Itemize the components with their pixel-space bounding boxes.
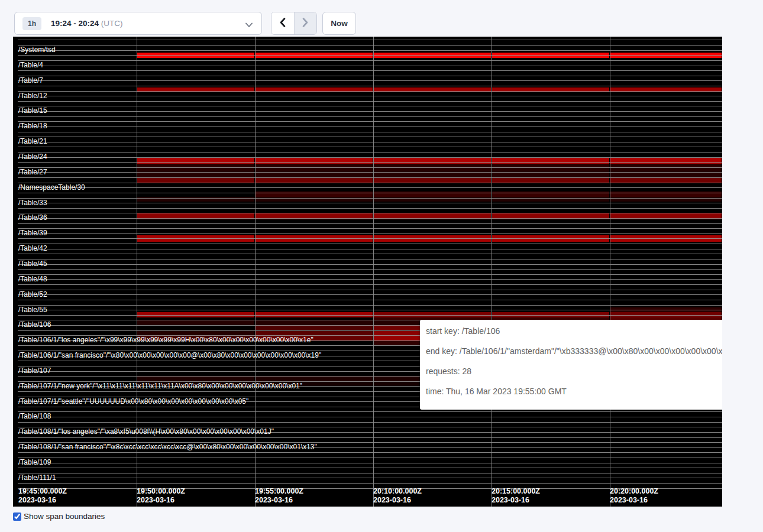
x-axis-time-label: 20:15:00.000Z xyxy=(492,487,540,495)
x-axis-time-label: 20:20:00.000Z xyxy=(610,487,658,495)
key-visualizer-heatmap[interactable]: start key: /Table/106 end key: /Table/10… xyxy=(13,37,722,507)
row-label: /Table/24 xyxy=(18,153,47,161)
x-axis-time-label: 20:10:00.000Z xyxy=(373,487,422,495)
row-label: /NamespaceTable/30 xyxy=(18,183,85,192)
duration-badge: 1h xyxy=(22,17,41,30)
heat-band xyxy=(137,87,254,93)
span-boundary-line xyxy=(18,193,722,193)
row-label: /System/tsd xyxy=(18,46,56,54)
span-boundary-line xyxy=(18,422,722,423)
span-boundary-line xyxy=(18,76,722,76)
row-label: /Table/7 xyxy=(18,76,43,85)
time-gridline xyxy=(373,37,374,507)
heat-band xyxy=(256,320,373,325)
span-boundary-line xyxy=(18,167,722,168)
span-boundary-line xyxy=(18,177,722,178)
x-axis-time-label: 19:55:00.000Z xyxy=(255,487,303,495)
time-range-select[interactable]: 1h 19:24 - 20:24 (UTC) xyxy=(14,12,262,35)
heat-band xyxy=(256,325,373,330)
time-range-timezone: (UTC) xyxy=(101,19,123,28)
heat-band xyxy=(374,87,491,93)
span-boundary-line xyxy=(18,473,722,473)
span-boundary-line xyxy=(18,483,722,484)
span-boundary-line xyxy=(18,213,722,213)
span-boundary-line xyxy=(18,147,722,147)
heat-band xyxy=(256,164,373,177)
now-button[interactable]: Now xyxy=(322,12,356,35)
span-boundary-line xyxy=(18,468,722,468)
span-boundary-line xyxy=(18,244,722,244)
span-boundary-line xyxy=(18,284,722,285)
time-gridline xyxy=(137,37,137,507)
span-boundary-line xyxy=(18,111,722,112)
show-span-boundaries-checkbox[interactable] xyxy=(13,512,21,521)
row-label: /Table/45 xyxy=(18,259,47,268)
span-boundary-line xyxy=(18,66,722,66)
x-axis-date-label: 2023-03-16 xyxy=(373,496,411,504)
row-label: /Table/15 xyxy=(18,106,47,115)
x-axis-date-label: 2023-03-16 xyxy=(137,496,174,504)
span-boundary-line xyxy=(18,152,722,153)
span-boundary-line xyxy=(18,162,722,163)
span-boundary-line xyxy=(18,70,722,71)
row-label: /Table/27 xyxy=(18,168,47,176)
span-boundary-line xyxy=(18,157,722,158)
row-label: /Table/42 xyxy=(18,244,47,252)
row-label: /Table/106 xyxy=(18,320,51,329)
chevron-left-icon xyxy=(279,17,286,30)
tooltip-requests: requests: 28 xyxy=(426,367,722,376)
span-boundary-line xyxy=(18,183,722,183)
next-time-button[interactable] xyxy=(294,12,316,34)
span-boundary-line xyxy=(18,40,722,40)
span-boundary-line xyxy=(18,60,722,61)
row-label: /Table/111/1 xyxy=(18,473,56,482)
span-boundary-line xyxy=(18,187,722,188)
heat-band xyxy=(137,330,254,336)
x-axis-date-label: 2023-03-16 xyxy=(255,496,293,504)
span-boundary-line xyxy=(18,132,722,132)
span-boundary-line xyxy=(18,126,722,127)
x-axis-date-label: 2023-03-16 xyxy=(18,496,56,504)
span-boundary-line xyxy=(18,228,722,229)
span-boundary-line xyxy=(18,80,722,81)
chevron-down-icon xyxy=(245,20,253,31)
heat-band xyxy=(610,87,722,93)
row-label: /Table/107/1/"new york"/"\x11\x11\x11\x1… xyxy=(18,382,302,390)
span-boundary-line xyxy=(18,417,722,417)
span-boundary-line xyxy=(18,290,722,290)
x-axis-time-label: 19:50:00.000Z xyxy=(137,487,185,495)
footer-controls: Show span boundaries xyxy=(13,512,105,521)
row-label: /Table/106/1/"san francisco"/"\x80\x00\x… xyxy=(18,351,321,359)
row-label: /Table/108/1/"los angeles"/"\xa8\xf5\u00… xyxy=(18,427,274,436)
span-boundary-line xyxy=(18,264,722,265)
x-axis-date-label: 2023-03-16 xyxy=(610,496,648,504)
row-label: /Table/4 xyxy=(18,61,43,69)
tooltip-time: time: Thu, 16 Mar 2023 19:55:00 GMT xyxy=(426,387,722,396)
span-boundary-line xyxy=(18,411,722,412)
span-boundary-line xyxy=(18,203,722,203)
previous-time-button[interactable] xyxy=(271,12,294,34)
span-boundary-line xyxy=(18,121,722,122)
row-label: /Table/39 xyxy=(18,229,47,237)
span-boundary-line xyxy=(18,310,722,310)
row-label: /Table/109 xyxy=(18,458,51,466)
heat-band xyxy=(256,87,373,93)
heat-band xyxy=(492,164,609,177)
time-controls-toolbar: 1h 19:24 - 20:24 (UTC) Now xyxy=(0,0,763,37)
span-boundary-line xyxy=(18,233,722,234)
heat-band xyxy=(610,164,722,177)
span-boundary-line xyxy=(18,478,722,478)
span-boundary-line xyxy=(18,452,722,453)
heat-band xyxy=(492,87,609,93)
time-gridline xyxy=(492,37,492,507)
x-axis-time-label: 19:45:00.000Z xyxy=(18,487,67,495)
tooltip-end-key: end key: /Table/106/1/"amsterdam"/"\xb33… xyxy=(426,347,722,356)
span-boundary-line xyxy=(18,91,722,92)
heat-band xyxy=(137,320,254,325)
span-boundary-line xyxy=(18,279,722,280)
time-range-label: 19:24 - 20:24 (UTC) xyxy=(51,19,123,28)
row-label: /Table/48 xyxy=(18,275,47,283)
span-boundary-line xyxy=(18,269,722,270)
span-boundary-line xyxy=(18,208,722,209)
span-boundary-line xyxy=(18,198,722,199)
